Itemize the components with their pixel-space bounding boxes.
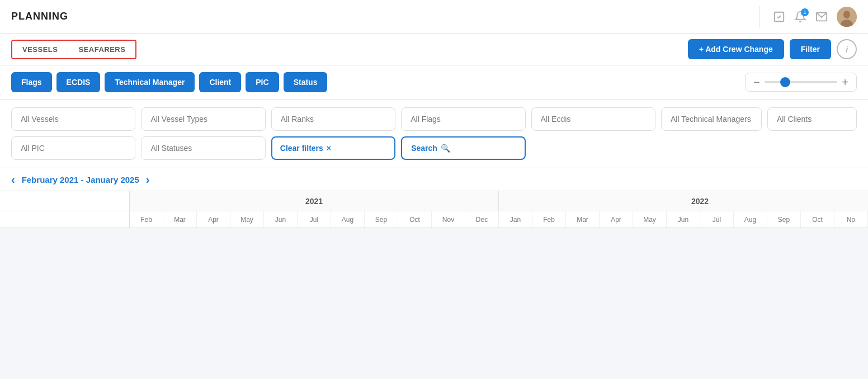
month-mar-2021: Mar [163, 211, 197, 228]
zoom-plus-icon[interactable]: + [842, 77, 848, 88]
filter-btn-ecdis[interactable]: ECDIS [56, 72, 101, 92]
tabs-actions: + Add Crew Change Filter i [688, 39, 857, 59]
filter-btn-client[interactable]: Client [199, 72, 241, 92]
month-nov-2021: Nov [432, 211, 465, 228]
add-crew-change-button[interactable]: + Add Crew Change [688, 39, 784, 59]
month-label-spacer [0, 211, 130, 228]
next-arrow[interactable]: › [146, 174, 150, 185]
search-icon: 🔍 [441, 144, 450, 153]
header-icons: 1 [754, 6, 857, 28]
search-label: Search [411, 144, 437, 153]
month-may-2021: May [230, 211, 264, 228]
info-icon: i [846, 45, 848, 54]
all-ecdis-dropdown[interactable]: All Ecdis [531, 107, 655, 131]
check-icon[interactable] [773, 11, 785, 23]
all-clients-dropdown[interactable]: All Clients [767, 107, 857, 131]
all-pic-dropdown[interactable]: All PIC [11, 136, 135, 160]
all-ranks-dropdown[interactable]: All Ranks [271, 107, 395, 131]
clear-filters-label: Clear filters [280, 144, 323, 153]
zoom-minus-icon[interactable]: − [753, 77, 760, 88]
month-aug-2022: Aug [734, 211, 767, 228]
header: PLANNING 1 [0, 0, 868, 34]
timeline-nav: ‹ February 2021 - January 2025 › [0, 168, 868, 191]
avatar[interactable] [837, 7, 857, 27]
filter-btn-technical-manager[interactable]: Technical Manager [105, 72, 195, 92]
zoom-control: − + [745, 73, 857, 92]
month-oct-2022: Oct [801, 211, 834, 228]
year-2021: 2021 [130, 191, 499, 211]
filters-grid: All Vessels All Vessel Types All Ranks A… [11, 107, 857, 160]
search-filters: All Vessels All Vessel Types All Ranks A… [0, 100, 868, 168]
tabs-bar: VESSELS SEAFARERS + Add Crew Change Filt… [0, 34, 868, 65]
filter-btn-flags[interactable]: Flags [11, 72, 52, 92]
notification-badge: 1 [801, 8, 809, 16]
timeline-range: February 2021 - January 2025 [22, 175, 139, 184]
tabs-container: VESSELS SEAFARERS [11, 40, 136, 59]
month-sep-2021: Sep [365, 211, 398, 228]
month-may-2022: May [633, 211, 667, 228]
info-button[interactable]: i [837, 39, 857, 59]
timeline-months-row: Feb Mar Apr May Jun Jul Aug Sep Oct Nov … [0, 211, 868, 228]
prev-arrow[interactable]: ‹ [11, 174, 15, 185]
month-oct-2021: Oct [398, 211, 432, 228]
all-vessels-dropdown[interactable]: All Vessels [11, 107, 135, 131]
filter-buttons-group: Flags ECDIS Technical Manager Client PIC… [11, 72, 327, 92]
bell-icon[interactable]: 1 [794, 11, 806, 23]
clear-filters-icon: × [327, 144, 331, 153]
zoom-slider[interactable] [765, 81, 838, 83]
filter-btn-pic[interactable]: PIC [246, 72, 279, 92]
month-apr-2022: Apr [600, 211, 633, 228]
filter-btn-status[interactable]: Status [284, 72, 328, 92]
month-feb-2021: Feb [130, 211, 163, 228]
tab-seafarers[interactable]: SEAFARERS [68, 41, 135, 58]
search-button[interactable]: Search 🔍 [401, 136, 525, 160]
timeline-label-col [0, 191, 130, 211]
month-jul-2022: Jul [700, 211, 734, 228]
filter-button[interactable]: Filter [790, 39, 831, 59]
month-nov-2022: No [834, 211, 868, 228]
month-aug-2021: Aug [331, 211, 365, 228]
month-jun-2021: Jun [264, 211, 298, 228]
all-statuses-dropdown[interactable]: All Statuses [141, 136, 265, 160]
mail-icon[interactable] [815, 11, 828, 23]
month-feb-2022: Feb [532, 211, 566, 228]
all-vessel-types-dropdown[interactable]: All Vessel Types [141, 107, 265, 131]
month-mar-2022: Mar [566, 211, 600, 228]
timeline-years-row: 2021 2022 [0, 191, 868, 211]
month-apr-2021: Apr [197, 211, 230, 228]
month-sep-2022: Sep [767, 211, 801, 228]
svg-point-3 [843, 11, 850, 18]
all-flags-dropdown[interactable]: All Flags [401, 107, 525, 131]
app-title: PLANNING [11, 11, 68, 22]
year-2022: 2022 [499, 191, 868, 211]
month-jul-2021: Jul [298, 211, 331, 228]
filter-buttons-row: Flags ECDIS Technical Manager Client PIC… [0, 65, 868, 100]
clear-filters-button[interactable]: Clear filters × [271, 136, 395, 160]
all-technical-managers-dropdown[interactable]: All Technical Managers [661, 107, 762, 131]
month-dec-2021: Dec [465, 211, 499, 228]
timeline-container: 2021 2022 Feb Mar Apr May Jun Jul Aug Se… [0, 191, 868, 228]
month-jun-2022: Jun [667, 211, 700, 228]
tab-vessels[interactable]: VESSELS [12, 41, 68, 58]
header-divider [759, 6, 760, 28]
month-jan-2022: Jan [499, 211, 532, 228]
